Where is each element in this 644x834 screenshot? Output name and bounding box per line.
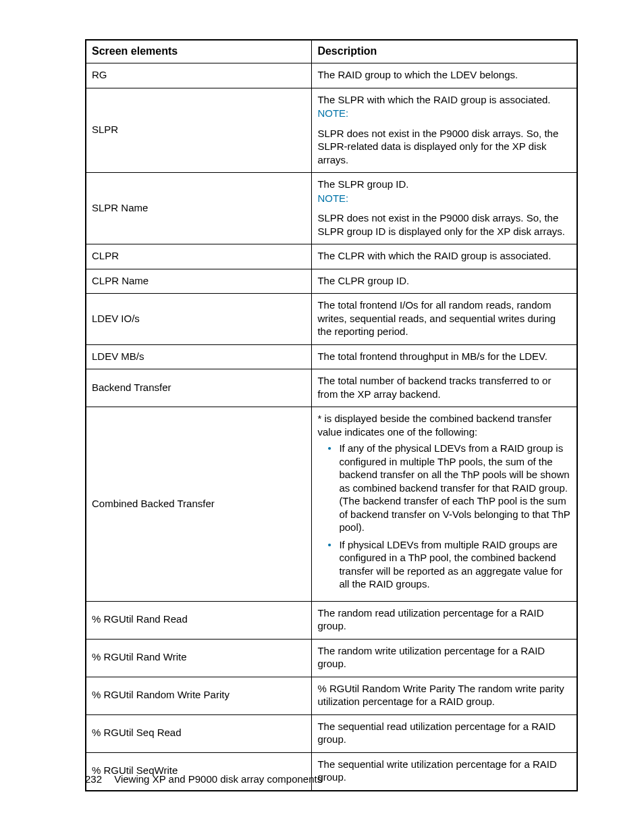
bullet-list: If any of the physical LDEVs from a RAID…	[317, 442, 571, 591]
table-row: % RGUtil Seq Read The sequential read ut…	[86, 714, 577, 752]
table-row: Backend Transfer The total number of bac…	[86, 369, 577, 407]
table-row: SLPR Name The SLPR group ID. NOTE: SLPR …	[86, 173, 577, 244]
cell-description: The random write utilization percentage …	[312, 639, 577, 677]
cell-element: CLPR Name	[86, 269, 312, 294]
table-row: % RGUtil Random Write Parity % RGUtil Ra…	[86, 677, 577, 714]
header-description: Description	[312, 40, 577, 63]
cell-element: SLPR	[86, 88, 312, 173]
cell-element: Backend Transfer	[86, 369, 312, 407]
cell-description: The CLPR with which the RAID group is as…	[312, 244, 577, 269]
cell-element: % RGUtil Seq Read	[86, 714, 312, 752]
cell-description: % RGUtil Random Write Parity The random …	[312, 677, 577, 714]
table-row: % RGUtil Rand Write The random write uti…	[86, 639, 577, 677]
cell-description: The CLPR group ID.	[312, 269, 577, 294]
cell-element: % RGUtil SeqWrite	[86, 752, 312, 791]
table-row: CLPR Name The CLPR group ID.	[86, 269, 577, 294]
list-item: If any of the physical LDEVs from a RAID…	[339, 442, 571, 534]
cell-description: * is displayed beside the combined backe…	[312, 407, 577, 602]
cell-description: The SLPR group ID. NOTE: SLPR does not e…	[312, 173, 577, 244]
cell-description: The SLPR with which the RAID group is as…	[312, 88, 577, 173]
footer-title: Viewing XP and P9000 disk array componen…	[114, 773, 322, 785]
desc-text: SLPR does not exist in the P9000 disk ar…	[317, 127, 571, 167]
desc-text: * is displayed beside the combined backe…	[317, 413, 552, 438]
cell-description: The total number of backend tracks trans…	[312, 369, 577, 407]
header-screen-elements: Screen elements	[86, 40, 312, 63]
table-row: SLPR The SLPR with which the RAID group …	[86, 88, 577, 173]
cell-element: LDEV IO/s	[86, 294, 312, 345]
cell-element: % RGUtil Rand Write	[86, 639, 312, 677]
note-label: NOTE:	[317, 192, 571, 205]
cell-description: The RAID group to which the LDEV belongs…	[312, 63, 577, 88]
cell-element: Combined Backed Transfer	[86, 407, 312, 602]
cell-element: SLPR Name	[86, 173, 312, 244]
cell-description: The sequential write utilization percent…	[312, 752, 577, 791]
cell-element: RG	[86, 63, 312, 88]
cell-element: CLPR	[86, 244, 312, 269]
screen-elements-table: Screen elements Description RG The RAID …	[85, 39, 578, 791]
cell-element: LDEV MB/s	[86, 344, 312, 369]
desc-text: SLPR does not exist in the P9000 disk ar…	[317, 211, 571, 238]
table-row: LDEV MB/s The total frontend throughput …	[86, 344, 577, 369]
table-row: RG The RAID group to which the LDEV belo…	[86, 63, 577, 88]
cell-description: The total frontend I/Os for all random r…	[312, 294, 577, 345]
cell-element: % RGUtil Random Write Parity	[86, 677, 312, 714]
cell-description: The sequential read utilization percenta…	[312, 714, 577, 752]
table-header-row: Screen elements Description	[86, 40, 577, 63]
note-label: NOTE:	[317, 107, 571, 120]
page-number: 232	[85, 773, 102, 785]
table-row: CLPR The CLPR with which the RAID group …	[86, 244, 577, 269]
desc-text: The SLPR group ID.	[317, 178, 408, 190]
cell-description: The total frontend throughput in MB/s fo…	[312, 344, 577, 369]
table-row: Combined Backed Transfer * is displayed …	[86, 407, 577, 602]
table-row: % RGUtil SeqWrite The sequential write u…	[86, 752, 577, 791]
cell-element: % RGUtil Rand Read	[86, 601, 312, 639]
table-row: % RGUtil Rand Read The random read utili…	[86, 601, 577, 639]
table-row: LDEV IO/s The total frontend I/Os for al…	[86, 294, 577, 345]
page-footer: 232 Viewing XP and P9000 disk array comp…	[85, 773, 322, 785]
cell-description: The random read utilization percentage f…	[312, 601, 577, 639]
list-item: If physical LDEVs from multiple RAID gro…	[339, 538, 571, 591]
desc-text: The SLPR with which the RAID group is as…	[317, 94, 550, 105]
